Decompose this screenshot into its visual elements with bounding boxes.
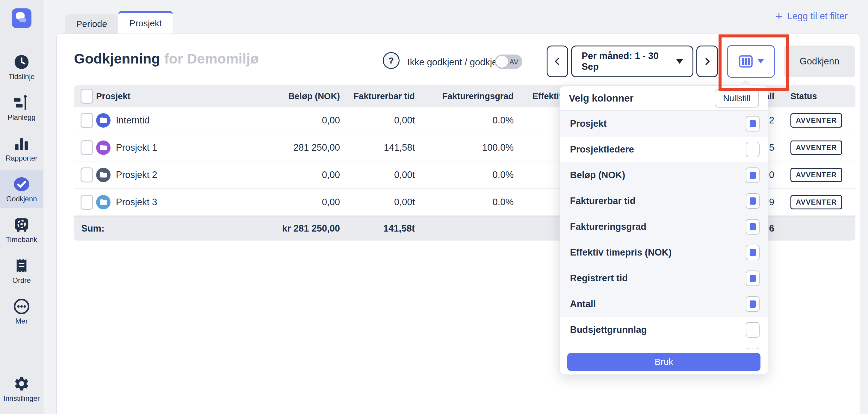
approved-toggle[interactable]: AV: [495, 55, 522, 69]
page-subtitle: for Demomiljø: [164, 51, 259, 66]
reset-columns-button[interactable]: Nullstill: [715, 89, 759, 108]
sidebar-item-ordre[interactable]: Ordre: [0, 252, 43, 289]
folder-icon: [99, 198, 107, 206]
sidebar-item-timebank[interactable]: Timebank: [0, 211, 43, 249]
sidebar-item-label: Rapporter: [6, 154, 38, 162]
picker-item-label: Beløp (NOK): [570, 170, 625, 181]
sidebar: Tidslinje Planlegg Rapporter Godkjenn Ti…: [0, 0, 43, 414]
approve-button[interactable]: Godkjenn: [784, 46, 855, 77]
sidebar-item-mer[interactable]: Mer: [0, 292, 43, 330]
project-name: Prosjekt 3: [116, 197, 157, 208]
column-picker-button[interactable]: [727, 45, 775, 78]
sidebar-item-label: Innstillinger: [3, 394, 39, 403]
sidebar-item-label: Godkjenn: [6, 195, 37, 203]
sum-amount: kr 281 250,00: [245, 223, 344, 234]
help-icon[interactable]: ?: [383, 52, 400, 69]
picker-checkbox[interactable]: [746, 270, 760, 286]
caret-down-icon: [758, 59, 764, 63]
vault-icon: [13, 216, 30, 234]
picker-item-label: Antall: [570, 299, 596, 309]
picker-checkbox[interactable]: [746, 116, 760, 131]
row-checkbox[interactable]: [81, 140, 93, 155]
picker-checkbox[interactable]: [746, 296, 760, 312]
picker-checkbox[interactable]: [746, 219, 760, 235]
sidebar-item-planlegg[interactable]: Planlegg: [0, 89, 43, 126]
sidebar-item-rapporter[interactable]: Rapporter: [0, 129, 43, 167]
chevron-right-icon: [703, 55, 712, 67]
status-badge: AVVENTER: [790, 168, 842, 182]
sidebar-item-label: Timebank: [6, 235, 37, 244]
sum-billable-time: 141,58t: [344, 223, 418, 234]
checkbox-fill: [750, 223, 756, 230]
previous-period-button[interactable]: [547, 46, 568, 77]
sidebar-item-label: Tidslinje: [8, 72, 34, 81]
row-checkbox[interactable]: [81, 195, 93, 210]
checkbox-fill: [750, 275, 756, 282]
picker-checkbox[interactable]: [746, 142, 760, 157]
picker-item-faktureringsgrad[interactable]: Faktureringsgrad: [560, 214, 768, 240]
column-header-fakturerbar-tid[interactable]: Fakturerbar tid: [344, 91, 418, 101]
tab-prosjekt[interactable]: Prosjekt: [118, 11, 173, 34]
next-period-button[interactable]: [696, 46, 718, 77]
picker-item-label: Prosjektledere: [570, 144, 634, 155]
picker-item-antall[interactable]: Antall: [560, 291, 768, 317]
picker-item-prosjektledere[interactable]: Prosjektledere: [560, 137, 768, 162]
period-selector[interactable]: Per måned: 1 - 30 Sep: [571, 46, 693, 77]
picker-item-label: Registrert tid: [570, 273, 628, 284]
tab-periode[interactable]: Periode: [65, 14, 118, 34]
billing-rate-cell: 100.0%: [418, 142, 517, 153]
column-header-status[interactable]: Status: [778, 91, 856, 101]
status-badge: AVVENTER: [790, 195, 842, 209]
picker-checkbox[interactable]: [746, 245, 760, 260]
amount-cell: 0,00: [245, 115, 344, 126]
checkbox-fill: [750, 249, 756, 256]
row-checkbox[interactable]: [81, 168, 93, 182]
toggle-state: AV: [509, 58, 519, 66]
picker-checkbox[interactable]: [746, 322, 760, 337]
column-header-faktureringsgrad[interactable]: Faktureringsgrad: [418, 91, 517, 101]
billable-time-cell: 0,00t: [344, 197, 418, 208]
project-avatar: [96, 141, 111, 155]
picker-item-budsjettgrunnlag[interactable]: Budsjettgrunnlag: [560, 317, 768, 343]
sum-label: Sum:: [74, 223, 245, 234]
column-header-belop[interactable]: Beløp (NOK): [245, 91, 344, 101]
apply-columns-button[interactable]: Bruk: [567, 353, 761, 371]
picker-item-prosjekt[interactable]: Prosjekt: [560, 111, 768, 137]
sidebar-item-label: Ordre: [12, 276, 31, 285]
page-title: Godkjenningfor Demomiljø: [74, 50, 259, 67]
toggle-knob: [496, 56, 508, 68]
status-badge: AVVENTER: [790, 141, 842, 155]
add-filter-label: Legg til et filter: [787, 11, 848, 22]
billing-rate-cell: 0.0%: [418, 197, 517, 208]
select-all-checkbox[interactable]: [81, 89, 93, 104]
plus-icon: +: [775, 10, 782, 22]
receipt-icon: [13, 257, 30, 274]
picker-item-fakturerbar-tid[interactable]: Fakturerbar tid: [560, 188, 768, 214]
clock-icon: [13, 53, 30, 71]
billing-rate-cell: 0.0%: [418, 170, 517, 180]
checkbox-fill: [750, 300, 756, 308]
picker-checkbox[interactable]: [746, 168, 760, 183]
picker-item-partial[interactable]: [560, 343, 768, 349]
project-avatar: [96, 113, 111, 128]
picker-item-effektiv-timepris-nok[interactable]: Effektiv timepris (NOK): [560, 240, 768, 265]
chevron-left-icon: [553, 55, 562, 67]
sidebar-item-label: Planlegg: [7, 113, 35, 122]
period-label: Per måned: 1 - 30 Sep: [582, 51, 676, 72]
project-name: Prosjekt 1: [116, 142, 157, 153]
sidebar-item-godkjenn[interactable]: Godkjenn: [0, 170, 43, 208]
picker-item-bel-p-nok[interactable]: Beløp (NOK): [560, 162, 768, 188]
gantt-icon: [13, 94, 30, 112]
picker-item-label: Effektiv timepris (NOK): [570, 247, 672, 258]
row-checkbox[interactable]: [81, 113, 93, 128]
app-logo-icon[interactable]: [12, 8, 31, 28]
column-header-prosjekt[interactable]: Prosjekt: [96, 91, 245, 101]
picker-item-registrert-tid[interactable]: Registrert tid: [560, 265, 768, 291]
add-filter-link[interactable]: + Legg til et filter: [775, 10, 848, 22]
sidebar-item-innstillinger[interactable]: Innstillinger: [0, 369, 43, 407]
sidebar-item-tidslinje[interactable]: Tidslinje: [0, 48, 43, 86]
picker-checkbox[interactable]: [746, 348, 760, 349]
picker-checkbox[interactable]: [746, 193, 760, 209]
amount-cell: 281 250,00: [245, 142, 344, 153]
column-picker-title: Velg kolonner: [569, 93, 633, 104]
